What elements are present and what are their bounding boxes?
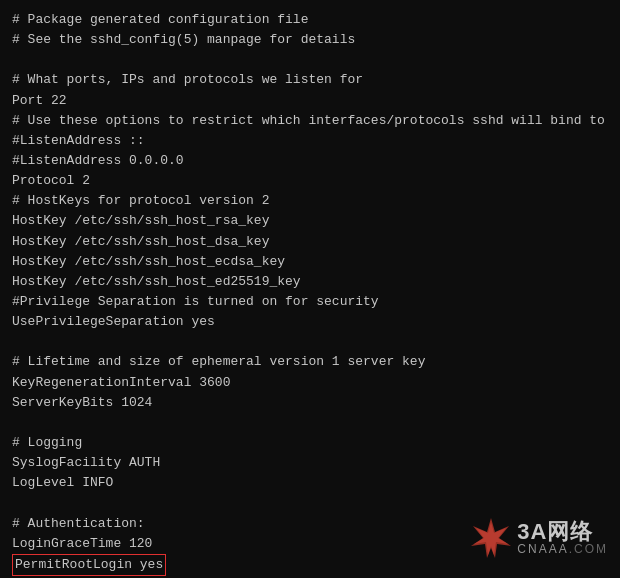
code-line-empty [12,493,608,513]
code-content: # Package generated configuration file #… [12,10,608,578]
code-line-empty [12,332,608,352]
code-line: # What ports, IPs and protocols we liste… [12,70,608,90]
code-line: LogLevel INFO [12,473,608,493]
watermark-text: 3A网络 CNAAA.COM [517,521,608,555]
code-line: UsePrivilegeSeparation yes [12,312,608,332]
code-line: KeyRegenerationInterval 3600 [12,373,608,393]
svg-marker-1 [474,522,508,555]
code-line: HostKey /etc/ssh/ssh_host_ed25519_key [12,272,608,292]
code-line: # See the sshd_config(5) manpage for det… [12,30,608,50]
code-line: # Logging [12,433,608,453]
code-line: Protocol 2 [12,171,608,191]
code-line-empty [12,50,608,70]
code-line: ServerKeyBits 1024 [12,393,608,413]
watermark-logo-icon [469,516,513,560]
highlighted-text: PermitRootLogin yes [12,554,166,576]
watermark: 3A网络 CNAAA.COM [469,516,608,560]
terminal-window: # Package generated configuration file #… [0,0,620,578]
code-line: Port 22 [12,91,608,111]
code-line: SyslogFacility AUTH [12,453,608,473]
code-line: HostKey /etc/ssh/ssh_host_ecdsa_key [12,252,608,272]
code-line: #Privilege Separation is turned on for s… [12,292,608,312]
code-line: # Lifetime and size of ephemeral version… [12,352,608,372]
code-line-empty [12,413,608,433]
code-line: HostKey /etc/ssh/ssh_host_dsa_key [12,232,608,252]
watermark-domain: CNAAA.COM [517,543,608,555]
code-line: # HostKeys for protocol version 2 [12,191,608,211]
code-line: # Use these options to restrict which in… [12,111,608,131]
watermark-brand: 3A网络 [517,521,593,543]
code-line: #ListenAddress :: [12,131,608,151]
code-line: HostKey /etc/ssh/ssh_host_rsa_key [12,211,608,231]
code-line: # Package generated configuration file [12,10,608,30]
code-line: #ListenAddress 0.0.0.0 [12,151,608,171]
